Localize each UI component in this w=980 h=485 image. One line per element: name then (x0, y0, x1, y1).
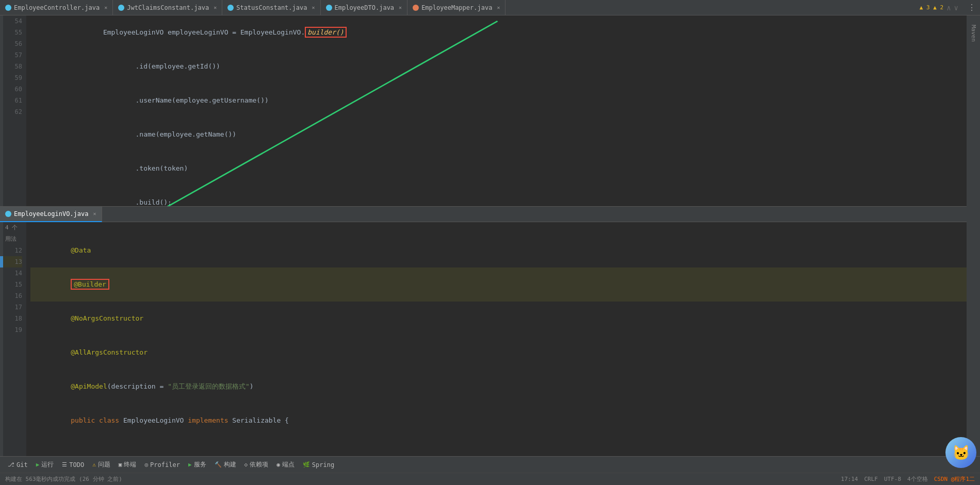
services-icon: ▶ (188, 461, 192, 468)
mapper-icon (413, 5, 419, 11)
status-line-col: 17:14 (841, 476, 858, 482)
line-numbers-top: 54 55 56 57 58 59 60 61 62 (3, 15, 26, 206)
status-build-message: 构建在 563毫秒内成功完成 (26 分钟 之前) (5, 475, 122, 483)
code-top[interactable]: EmployeeLoginVO employeeLoginVO = Employ… (26, 15, 969, 206)
close-tab-4[interactable]: ✕ (497, 5, 500, 10)
code-line-59: .build(); (30, 186, 969, 206)
code-line-12: @Data (30, 233, 969, 267)
code-line-16: @ApiModel(description = "员工登录返回的数据格式") (30, 370, 969, 404)
toolbar-terminal[interactable]: ▣ 终端 (115, 459, 140, 471)
toolbar-endpoints[interactable]: ◉ 端点 (273, 459, 298, 471)
terminal-icon: ▣ (119, 461, 122, 468)
avatar: 🐱 (945, 437, 979, 471)
code-line-usage (30, 222, 969, 233)
code-line-58: .token(token) (30, 152, 969, 186)
csdn-label: CSDN @程序1二 (934, 475, 975, 483)
tab-employee-login-vo[interactable]: EmployeeLoginVO.java ✕ (0, 207, 102, 222)
run-icon: ▶ (36, 461, 40, 468)
code-line-19: @ApiModelProperty("主键值") (30, 449, 969, 456)
maven-panel-label[interactable]: Maven (968, 21, 979, 46)
toolbar-git[interactable]: ⎇ Git (4, 460, 31, 470)
code-line-18 (30, 438, 969, 449)
java-icon (326, 5, 332, 11)
toolbar-todo[interactable]: ☰ TODO (58, 460, 88, 470)
expand-icon[interactable]: ∧ (946, 4, 951, 12)
tab-employee-dto[interactable]: EmployeeDTO.java ✕ (321, 0, 408, 15)
line-numbers-bottom: 4 个用法 12 13 14 15 16 17 18 19 (3, 222, 26, 456)
toolbar-problems[interactable]: ⚠ 问题 (89, 459, 114, 471)
profiler-icon: ◎ (144, 461, 148, 468)
java-icon-2 (5, 211, 11, 217)
toolbar-dependencies[interactable]: ◇ 依赖项 (241, 459, 272, 471)
toolbar-profiler[interactable]: ◎ Profiler (141, 460, 183, 470)
code-bottom[interactable]: @Data @Builder @NoArgsConstructor @AllAr… (26, 222, 969, 456)
java-icon (5, 5, 11, 11)
second-tab-bar: EmployeeLoginVO.java ✕ ⋮ (0, 207, 980, 222)
status-indent[interactable]: 4个空格 (907, 475, 928, 483)
code-line-57: .name(employee.getName()) (30, 118, 969, 152)
close-tab-bottom-0[interactable]: ✕ (93, 211, 96, 216)
toolbar-run[interactable]: ▶ 运行 (32, 459, 58, 471)
top-tab-bar: EmployeeController.java ✕ JwtClaimsConst… (0, 0, 980, 15)
close-tab-0[interactable]: ✕ (104, 5, 107, 10)
code-line-13: @Builder (30, 267, 969, 302)
ide-container: EmployeeController.java ✕ JwtClaimsConst… (0, 0, 980, 485)
close-tab-2[interactable]: ✕ (312, 5, 315, 10)
code-line-54: EmployeeLoginVO employeeLoginVO = Employ… (30, 15, 969, 49)
tab-employee-mapper[interactable]: EmployeeMapper.java ✕ (407, 0, 505, 15)
code-line-56: .userName(employee.getUsername()) (30, 83, 969, 118)
toolbar-spring[interactable]: 🌿 Spring (299, 460, 338, 470)
git-icon: ⎇ (8, 461, 14, 468)
status-crlf[interactable]: CRLF (864, 476, 878, 482)
tab-status-constant[interactable]: StatusConstant.java ✕ (222, 0, 320, 15)
dependencies-icon: ◇ (244, 461, 248, 468)
collapse-icon[interactable]: ∨ (954, 4, 958, 12)
bottom-toolbar: ⎇ Git ▶ 运行 ☰ TODO ⚠ 问题 ▣ 终端 ◎ Profiler ▶… (0, 456, 980, 473)
right-panel: Maven (967, 15, 980, 456)
code-line-17: public class EmployeeLoginVO implements … (30, 404, 969, 438)
endpoints-icon: ◉ (276, 461, 280, 468)
status-encoding[interactable]: UTF-8 (884, 476, 901, 482)
code-line-15: @AllArgsConstructor (30, 336, 969, 370)
java-icon (227, 5, 234, 11)
close-tab-1[interactable]: ✕ (214, 5, 217, 10)
close-tab-3[interactable]: ✕ (399, 5, 402, 10)
status-left: 构建在 563毫秒内成功完成 (26 分钟 之前) (5, 475, 122, 483)
toolbar-services[interactable]: ▶ 服务 (185, 459, 210, 471)
status-bar: 构建在 563毫秒内成功完成 (26 分钟 之前) 17:14 CRLF UTF… (0, 473, 980, 485)
problems-icon: ⚠ (92, 461, 96, 468)
top-editor-pane: 54 55 56 57 58 59 60 61 62 (0, 15, 980, 206)
tab-employee-controller[interactable]: EmployeeController.java ✕ (0, 0, 113, 15)
warning-count: ▲ 3 ▲ 2 (920, 4, 943, 11)
code-line-55: .id(employee.getId()) (30, 49, 969, 83)
todo-icon: ☰ (62, 461, 67, 468)
code-line-14: @NoArgsConstructor (30, 302, 969, 336)
second-editor-pane: 4 个用法 12 13 14 15 16 17 18 19 @Data @Bui… (0, 222, 980, 456)
toolbar-build[interactable]: 🔨 构建 (211, 459, 240, 471)
tab-jwt-claims[interactable]: JwtClaimsConstant.java ✕ (113, 0, 222, 15)
java-icon (118, 5, 124, 11)
spring-icon: 🌿 (303, 461, 310, 468)
status-right: 17:14 CRLF UTF-8 4个空格 CSDN @程序1二 (841, 475, 975, 483)
tab-menu-button[interactable]: ⋮ (963, 3, 980, 12)
build-icon: 🔨 (215, 461, 222, 468)
usage-count-label: 4 个用法 (3, 222, 22, 245)
